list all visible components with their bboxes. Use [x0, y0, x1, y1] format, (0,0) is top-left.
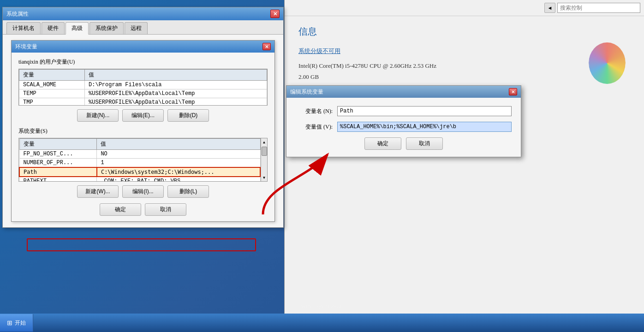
user-var-value: %USERPROFILE%\AppData\Local\Temp: [85, 98, 267, 106]
var-name-input[interactable]: [337, 106, 512, 116]
toolbar: ◄: [285, 0, 644, 16]
sys-vars-table-container: 变量 值 FP_NO_HOST_C... NO NUMBER_OF_PR...: [18, 138, 268, 182]
user-edit-btn[interactable]: 编辑(E)...: [122, 109, 164, 122]
tab-system-protect[interactable]: 系统保护: [89, 22, 124, 34]
system-props-titlebar: 系统属性 ✕: [3, 7, 283, 20]
tab-computer-name[interactable]: 计算机名: [6, 22, 41, 34]
user-var-value: %USERPROFILE%\AppData\Local\Temp: [85, 89, 267, 98]
env-dialog-body: tianqixin 的用户变量(U) 变量 值 SCALA_HOME: [12, 53, 274, 221]
table-row[interactable]: SCALA_HOME D:\Program Files\scala: [19, 81, 267, 89]
edit-var-btn-row: 确定 取消: [296, 137, 512, 150]
user-vars-btn-row: 新建(N)... 编辑(E)... 删除(D): [18, 109, 268, 122]
sys-section-label: 系统变量(S): [18, 127, 268, 135]
sys-table-header-val: 值: [97, 139, 260, 150]
table-row[interactable]: TEMP %USERPROFILE%\AppData\Local\Temp: [19, 89, 267, 98]
user-var-name: TMP: [19, 98, 85, 106]
env-dialog-title: 环境变量: [15, 43, 37, 51]
tab-remote[interactable]: 远程: [125, 22, 148, 34]
env-confirm-btn-row: 确定 取消: [18, 203, 268, 216]
sys-var-value-path: C:\Windows\system32;C:\Windows;...: [97, 167, 260, 177]
table-row[interactable]: FP_NO_HOST_C... NO: [19, 150, 260, 159]
table-row[interactable]: NUMBER_OF_PR... 1: [19, 159, 260, 168]
start-label: 开始: [15, 319, 26, 327]
cpu-info: Intel(R) Core(TM) i5-4278U CPU @ 2.60GHz…: [298, 62, 630, 70]
system-props-close-btn[interactable]: ✕: [270, 10, 280, 18]
search-container: ◄: [544, 3, 640, 13]
windows-watermark: WIN 1\QNBIQ6588: [301, 303, 343, 309]
sys-table-header-var: 变量: [19, 139, 97, 150]
system-info-panel: ◄ 信息 系统分级不可用 Intel(R) Core(TM) i5-4278U …: [284, 0, 644, 332]
tab-hardware[interactable]: 硬件: [42, 22, 65, 34]
edit-var-dialog: 编辑系统变量 ✕ 变量名 (N): 变量值 (V): 确定 取消: [286, 85, 521, 157]
var-name-label: 变量名 (N):: [296, 107, 333, 115]
user-table-header-var: 变量: [19, 70, 85, 81]
user-var-value: D:\Program Files\scala: [85, 81, 267, 89]
ram-info: 2.00 GB: [298, 73, 630, 81]
sys-var-value: .COM;.EXE;.BAT;.CMD;.VBS...: [97, 177, 260, 182]
system-rating-link[interactable]: 系统分级不可用: [298, 47, 630, 55]
user-section-label: tianqixin 的用户变量(U): [18, 58, 268, 66]
sys-delete-btn[interactable]: 删除(L): [167, 185, 209, 198]
system-info-title: 信息: [298, 25, 630, 38]
edit-var-body: 变量名 (N): 变量值 (V): 确定 取消: [286, 98, 521, 157]
edit-var-titlebar: 编辑系统变量 ✕: [286, 86, 521, 98]
sys-var-value: NO: [97, 150, 260, 159]
var-value-label: 变量值 (V):: [296, 123, 333, 131]
user-table-header-val: 值: [85, 70, 267, 81]
search-input[interactable]: [557, 3, 640, 13]
env-ok-btn[interactable]: 确定: [100, 203, 141, 216]
sys-vars-table: 变量 值 FP_NO_HOST_C... NO NUMBER_OF_PR...: [19, 138, 261, 182]
scroll-thumb[interactable]: [262, 147, 267, 156]
user-vars-table: 变量 值 SCALA_HOME D:\Program Files\scala T…: [19, 69, 267, 106]
watermark-text: WIN 1\QNBIQ6588: [301, 303, 343, 309]
var-value-row: 变量值 (V):: [296, 122, 512, 132]
sys-var-value: 1: [97, 159, 260, 168]
sys-new-btn[interactable]: 新建(W)...: [77, 185, 119, 198]
user-new-btn[interactable]: 新建(N)...: [77, 109, 119, 122]
edit-var-ok-btn[interactable]: 确定: [364, 137, 401, 150]
env-dialog-titlebar: 环境变量 ✕: [12, 41, 274, 53]
user-vars-table-container: 变量 值 SCALA_HOME D:\Program Files\scala T…: [18, 69, 268, 106]
start-button[interactable]: ⊞ 开始: [0, 314, 33, 332]
windows-icon: ⊞: [7, 319, 12, 327]
sys-var-name-path: Path: [19, 167, 97, 177]
scroll-up-btn[interactable]: ▲: [261, 138, 268, 146]
user-delete-btn[interactable]: 删除(D): [167, 109, 209, 122]
taskbar: ⊞ 开始: [0, 314, 644, 332]
table-row[interactable]: PATHEXT .COM;.EXE;.BAT;.CMD;.VBS...: [19, 177, 260, 182]
system-props-tabs: 计算机名 硬件 高级 系统保护 远程: [3, 20, 283, 35]
edit-var-close-btn[interactable]: ✕: [509, 88, 517, 95]
var-value-input[interactable]: [337, 122, 512, 132]
system-props-dialog: 系统属性 ✕ 计算机名 硬件 高级 系统保护 远程 环境变量 ✕ tianqix…: [2, 7, 284, 228]
edit-var-cancel-btn[interactable]: 取消: [406, 137, 443, 150]
table-row[interactable]: Path C:\Windows\system32;C:\Windows;...: [19, 167, 260, 177]
sys-vars-btn-row: 新建(W)... 编辑(I)... 删除(L): [18, 185, 268, 198]
env-cancel-btn[interactable]: 取消: [145, 203, 186, 216]
table-row[interactable]: TMP %USERPROFILE%\AppData\Local\Temp: [19, 98, 267, 106]
sys-edit-btn[interactable]: 编辑(I)...: [122, 185, 164, 198]
scrollbar[interactable]: ▲ ▼: [261, 138, 267, 181]
env-dialog-close-btn[interactable]: ✕: [262, 43, 271, 50]
scroll-down-btn[interactable]: ▼: [261, 174, 268, 181]
system-props-title: 系统属性: [6, 10, 29, 18]
system-props-body: 环境变量 ✕ tianqixin 的用户变量(U) 变量 值: [3, 35, 283, 227]
var-name-row: 变量名 (N):: [296, 106, 512, 116]
sys-var-name: PATHEXT: [19, 177, 97, 182]
windows-logo: [589, 42, 626, 84]
user-var-name: SCALA_HOME: [19, 81, 85, 89]
user-var-name: TEMP: [19, 89, 85, 98]
sys-var-name: NUMBER_OF_PR...: [19, 159, 97, 168]
env-dialog: 环境变量 ✕ tianqixin 的用户变量(U) 变量 值: [11, 40, 275, 222]
sys-var-name: FP_NO_HOST_C...: [19, 150, 97, 159]
back-btn[interactable]: ◄: [544, 3, 555, 13]
edit-var-title: 编辑系统变量: [290, 88, 323, 96]
tab-advanced[interactable]: 高级: [66, 22, 89, 35]
